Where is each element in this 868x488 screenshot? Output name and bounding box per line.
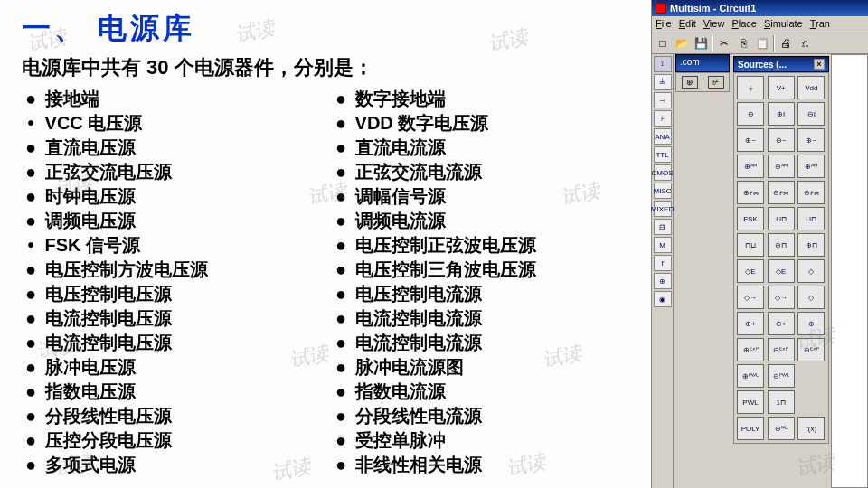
- palette-item[interactable]: ⊕: [797, 312, 825, 335]
- toolbar-button[interactable]: ✂: [715, 34, 733, 52]
- dock-item[interactable]: M: [654, 237, 672, 253]
- palette-item[interactable]: FSK: [737, 207, 764, 230]
- palette-item[interactable]: ◇E: [768, 259, 795, 283]
- palette-item[interactable]: ⊕~: [797, 128, 825, 152]
- palette-item[interactable]: ⊕ᴾᵂᴸ: [737, 364, 764, 388]
- palette-titlebar[interactable]: Sources (... ×: [733, 56, 829, 72]
- menu-simulate[interactable]: Simulate: [764, 18, 803, 31]
- palette-item[interactable]: ⊖~: [768, 128, 795, 152]
- sources-palette[interactable]: ⏚V+Vdd⊖⊕I⊖I⊕~⊖~⊕~⊕ᴬᴹ⊖ᴬᴹ⊕ᴬᴹ⊕ꜰᴍ⊖ꜰᴍ⊕ꜰᴍFSK⊔⊓…: [733, 72, 829, 444]
- list-item: ● 接地端: [22, 87, 332, 111]
- dock-item[interactable]: ANA: [654, 128, 672, 145]
- list-item: ● 非线性相关电源: [332, 453, 642, 477]
- window-titlebar[interactable]: Multisim - Circuit1: [652, 0, 868, 16]
- component-dock[interactable]: ⟟╧⊣⊦ANATTLCMOSMISCMIXED⊟Mf⊕◉: [652, 54, 674, 488]
- palette-item[interactable]: ⊕ᴺᴸ: [768, 417, 795, 440]
- palette-item[interactable]: ⊕~: [737, 128, 764, 152]
- list-item: ● 电压控制三角波电压源: [332, 258, 642, 282]
- slide-subtitle: 电源库中共有 30 个电源器件，分别是：: [22, 54, 642, 81]
- toolbar-button[interactable]: ⎘: [734, 34, 752, 52]
- dock-item[interactable]: TTL: [654, 146, 672, 163]
- main-toolbar[interactable]: □📂💾✂⎘📋🖨⎌: [652, 33, 868, 54]
- list-item: ● 调频电流源: [332, 209, 642, 233]
- dock-item[interactable]: ╧: [654, 74, 672, 90]
- dock-item[interactable]: ◉: [654, 291, 672, 307]
- list-item: ● 电压控制电流源: [332, 282, 642, 306]
- palette-item[interactable]: ◇E: [737, 259, 764, 283]
- toolbar-button[interactable]: □: [654, 34, 672, 52]
- palette-item[interactable]: POLY: [737, 417, 764, 440]
- palette-item[interactable]: ⊖ꜰᴍ: [768, 181, 795, 204]
- dock-item[interactable]: ⊟: [654, 219, 672, 235]
- component-bar-items[interactable]: ⊕ ⊬: [675, 72, 730, 92]
- multisim-window: Multisim - Circuit1 FileEditViewPlaceSim…: [651, 0, 868, 488]
- menu-tran[interactable]: Tran: [810, 18, 830, 31]
- list-item: ● 正弦交流电流源: [332, 160, 642, 184]
- schematic-canvas[interactable]: [831, 54, 868, 488]
- palette-item[interactable]: ◇→: [737, 286, 764, 309]
- palette-item[interactable]: ⊔⊓: [797, 207, 825, 230]
- palette-item[interactable]: ⊕⊓: [797, 233, 825, 257]
- dock-item[interactable]: ⊦: [654, 110, 672, 127]
- close-icon[interactable]: ×: [814, 59, 825, 70]
- palette-item[interactable]: ◇: [797, 286, 825, 309]
- dock-item[interactable]: f: [654, 255, 672, 271]
- app-icon: [656, 3, 666, 14]
- toolbar-button[interactable]: 📂: [673, 34, 691, 52]
- palette-item[interactable]: f(x): [797, 417, 825, 440]
- palette-item[interactable]: ⊓⊔: [737, 233, 764, 257]
- menu-bar[interactable]: FileEditViewPlaceSimulateTran: [652, 16, 868, 33]
- comp-icon[interactable]: ⊕: [682, 76, 698, 89]
- comp-icon[interactable]: ⊬: [708, 76, 724, 89]
- list-item: ● 脉冲电压源: [22, 355, 332, 380]
- palette-item[interactable]: ⊕ᴱˣᴾ: [737, 338, 764, 361]
- dock-item[interactable]: ⊣: [654, 92, 672, 108]
- list-item: ● VDD 数字电压源: [332, 111, 642, 136]
- palette-item[interactable]: ⊕ꜰᴍ: [737, 181, 764, 204]
- menu-view[interactable]: View: [703, 18, 725, 31]
- palette-item[interactable]: Vdd: [797, 76, 825, 99]
- palette-item[interactable]: ⊖ᴾᵂᴸ: [768, 364, 795, 388]
- palette-item[interactable]: ⊖ᴬᴹ: [768, 155, 795, 178]
- toolbar-button[interactable]: 📋: [753, 34, 771, 52]
- dock-item[interactable]: MIXED: [654, 201, 672, 217]
- list-item: ● 电压控制正弦波电压源: [332, 233, 642, 258]
- palette-item[interactable]: ⊔⊓: [768, 207, 795, 230]
- palette-item[interactable]: ⊕ᴬᴹ: [737, 155, 764, 178]
- list-item: ● 电流控制电压源: [22, 331, 332, 355]
- list-item: ● 直流电流源: [332, 136, 642, 160]
- palette-item[interactable]: PWL: [737, 390, 764, 414]
- palette-item[interactable]: 1⊓: [768, 390, 795, 414]
- palette-item[interactable]: ⊖⊓: [768, 233, 795, 257]
- palette-item[interactable]: ⊖: [737, 102, 764, 126]
- dock-item[interactable]: ⟟: [654, 56, 672, 72]
- palette-item[interactable]: ⊕ꜰᴍ: [797, 181, 825, 204]
- palette-item[interactable]: ⊖+: [768, 312, 795, 335]
- palette-item[interactable]: ⊕I: [768, 102, 795, 126]
- list-item: ● 直流电压源: [22, 136, 332, 160]
- dock-item[interactable]: MISC: [654, 183, 672, 199]
- toolbar-button[interactable]: ⎌: [796, 34, 814, 52]
- palette-item[interactable]: ◇→: [768, 286, 795, 309]
- dock-item[interactable]: CMOS: [654, 164, 672, 181]
- toolbar-button[interactable]: 🖨: [777, 34, 795, 52]
- list-item: ● 电压控制电压源: [22, 282, 332, 306]
- dock-item[interactable]: ⊕: [654, 273, 672, 289]
- component-bar-header[interactable]: .com: [675, 54, 730, 72]
- palette-item[interactable]: ⊕+: [737, 312, 764, 335]
- palette-item[interactable]: ⊖I: [797, 102, 825, 126]
- palette-item[interactable]: V+: [768, 76, 795, 99]
- list-item: • VCC 电压源: [22, 111, 332, 136]
- palette-item[interactable]: ⊖ᴱˣᴾ: [768, 338, 795, 361]
- menu-place[interactable]: Place: [731, 18, 757, 31]
- palette-item[interactable]: ⏚: [737, 76, 764, 99]
- palette-item[interactable]: ⊕ᴱˣᴾ: [797, 338, 825, 361]
- menu-edit[interactable]: Edit: [679, 18, 696, 31]
- list-item: ● 正弦交流电压源: [22, 160, 332, 184]
- menu-file[interactable]: File: [656, 18, 672, 31]
- list-item: ● 脉冲电流源图: [332, 355, 642, 380]
- list-item: ● 调幅信号源: [332, 184, 642, 209]
- palette-item[interactable]: ◇: [797, 259, 825, 283]
- palette-item[interactable]: ⊕ᴬᴹ: [797, 155, 825, 178]
- toolbar-button[interactable]: 💾: [692, 34, 710, 52]
